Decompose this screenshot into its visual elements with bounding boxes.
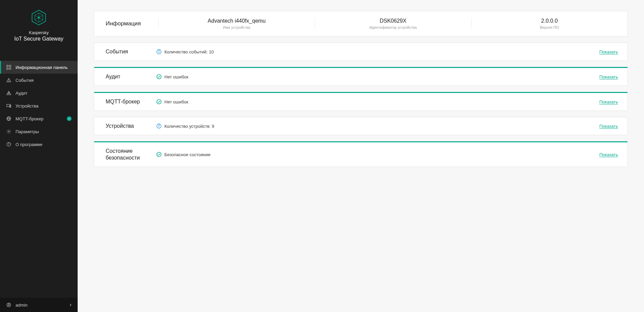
sidebar-item-label: Параметры <box>16 129 39 134</box>
user-icon <box>6 302 11 308</box>
check-circle-icon <box>156 152 162 157</box>
card-title: Аудит <box>106 73 156 80</box>
chevron-right-icon <box>70 303 72 308</box>
devices-card: Устройства Количество устройств: 9 Показ… <box>94 117 628 135</box>
devices-icon <box>6 103 11 109</box>
svg-point-20 <box>8 131 9 132</box>
svg-point-5 <box>38 17 40 19</box>
info-version: 2.0.0.0 Версия ПО <box>471 18 627 29</box>
brand-name-line1: Kaspersky <box>0 30 78 35</box>
info-device-name: Advantech i440fx_qemu Имя устройства <box>158 18 315 29</box>
info-card: Информация Advantech i440fx_qemu Имя уст… <box>94 11 628 37</box>
warning-icon <box>6 77 11 83</box>
svg-point-14 <box>8 93 9 94</box>
events-card: События Количество событий: 10 Показать <box>94 43 628 61</box>
dashboard-icon <box>6 65 11 70</box>
audit-card: Аудит Нет ошибок Показать <box>94 67 628 86</box>
card-body: Нет ошибок <box>156 74 599 79</box>
info-heading: Информация <box>106 20 152 27</box>
sidebar-item-audit[interactable]: Аудит <box>0 87 78 99</box>
check-circle-icon <box>156 99 162 104</box>
user-name: admin <box>16 303 27 308</box>
card-body: Нет ошибок <box>156 99 599 104</box>
sidebar-item-label: Аудит <box>16 91 27 96</box>
show-link[interactable]: Показать <box>599 74 618 79</box>
show-link[interactable]: Показать <box>599 124 618 129</box>
sidebar-item-devices[interactable]: Устройства <box>0 99 78 112</box>
card-text: Количество устройств: 9 <box>164 124 214 129</box>
sidebar-item-about[interactable]: О программе <box>0 138 78 151</box>
sidebar-item-mqtt[interactable]: MQTT-брокер <box>0 112 78 125</box>
sidebar-item-events[interactable]: События <box>0 74 78 87</box>
info-circle-icon <box>156 123 162 129</box>
sidebar-item-label: О программе <box>16 142 43 147</box>
card-text: Нет ошибок <box>164 99 188 104</box>
card-text: Нет ошибок <box>164 74 188 79</box>
sidebar-item-label: Информационная панель <box>16 65 68 70</box>
brand-block: Kaspersky IoT Secure Gateway <box>0 0 78 51</box>
sidebar-item-label: События <box>16 78 34 83</box>
info-heading-cell: Информация <box>94 20 158 27</box>
gear-icon <box>6 129 11 134</box>
svg-rect-9 <box>9 68 11 69</box>
svg-rect-8 <box>7 68 8 69</box>
app-root: Kaspersky IoT Secure Gateway Информацион… <box>0 0 644 312</box>
show-link[interactable]: Показать <box>599 152 618 157</box>
svg-rect-6 <box>7 65 8 67</box>
svg-point-23 <box>8 143 9 144</box>
card-title: Устройства <box>106 123 156 129</box>
sidebar-item-label: Устройства <box>16 103 38 109</box>
card-text: Безопасное состояние <box>164 152 211 157</box>
info-value: DSK0629X <box>322 18 464 24</box>
svg-marker-13 <box>7 91 11 95</box>
audit-icon <box>6 90 11 96</box>
info-circle-icon <box>156 49 162 54</box>
show-link[interactable]: Показать <box>599 99 618 104</box>
info-label: Версия ПО <box>478 25 621 29</box>
sidebar-item-settings[interactable]: Параметры <box>0 125 78 138</box>
mqtt-card: MQTT-брокер Нет ошибок Показать <box>94 92 628 111</box>
sidebar-item-label: MQTT-брокер <box>16 116 44 121</box>
info-value: 2.0.0.0 <box>478 18 621 24</box>
svg-point-25 <box>8 304 9 305</box>
card-title: События <box>106 48 156 55</box>
info-value: Advantech i440fx_qemu <box>165 18 308 24</box>
sidebar: Kaspersky IoT Secure Gateway Информацион… <box>0 0 78 312</box>
svg-point-33 <box>159 125 159 125</box>
svg-rect-7 <box>9 65 11 67</box>
info-label: Имя устройства <box>165 25 308 29</box>
show-link[interactable]: Показать <box>599 49 618 54</box>
card-body: Безопасное состояние <box>156 152 599 157</box>
info-label: Идентификатор устройства <box>322 25 464 29</box>
info-device-id: DSK0629X Идентификатор устройства <box>315 18 471 29</box>
sidebar-item-dashboard[interactable]: Информационная панель <box>0 61 78 74</box>
svg-point-12 <box>8 81 9 81</box>
status-ok-icon <box>67 116 72 121</box>
card-body: Количество событий: 10 <box>156 49 599 54</box>
svg-point-28 <box>159 50 159 51</box>
brand-logo-icon <box>31 9 47 26</box>
user-menu[interactable]: admin <box>0 298 78 312</box>
security-card: Состояние безопасности Безопасное состоя… <box>94 141 628 167</box>
check-circle-icon <box>156 74 162 79</box>
card-title: Состояние безопасности <box>106 148 156 161</box>
card-text: Количество событий: 10 <box>164 49 214 54</box>
main-content: Информация Advantech i440fx_qemu Имя уст… <box>78 0 644 312</box>
card-title: MQTT-брокер <box>106 98 156 105</box>
info-icon <box>6 142 11 147</box>
sidebar-nav: Информационная панель События <box>0 51 78 298</box>
card-body: Количество устройств: 9 <box>156 123 599 129</box>
brand-name-line2: IoT Secure Gateway <box>0 36 78 42</box>
globe-icon <box>6 116 11 121</box>
